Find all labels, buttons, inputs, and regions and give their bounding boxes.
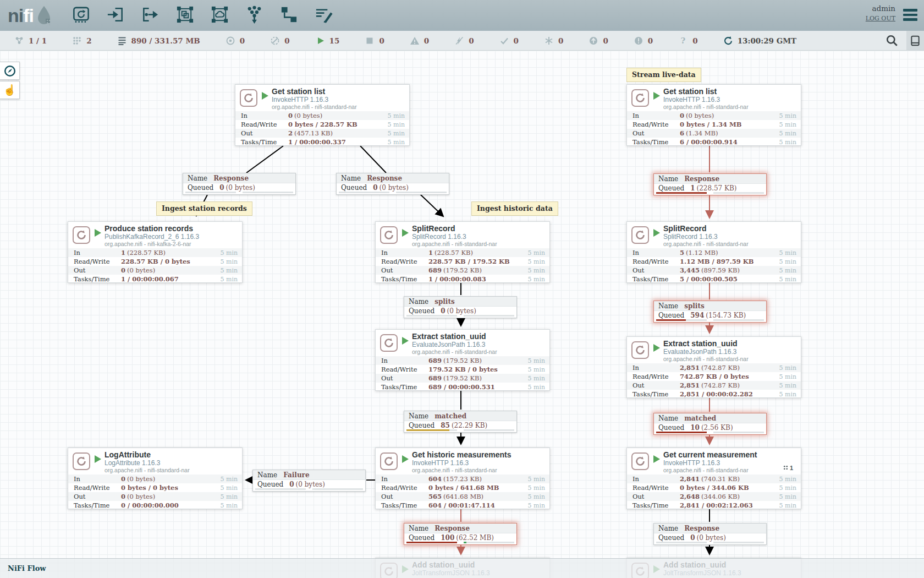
connection-line[interactable] [360, 146, 386, 173]
flow-label[interactable]: Ingest station records [156, 201, 252, 216]
flow-canvas[interactable]: Get station listInvokeHTTP 1.16.3org.apa… [0, 51, 924, 578]
processor-node[interactable]: SplitRecordSplitRecord 1.16.3org.apache.… [626, 221, 801, 283]
connection-label[interactable]: NameResponseQueued1(228.57 KB) [653, 173, 767, 195]
processor-type: SplitRecord 1.16.3 [412, 233, 549, 241]
processor-stats: In0(0 bytes)5 minRead/Write0 bytes / 228… [235, 111, 409, 146]
flow-label[interactable]: Ingest historic data [471, 201, 558, 216]
settings-panel-button[interactable] [906, 31, 924, 50]
connection-label[interactable]: NamesplitsQueued0(0 bytes) [404, 296, 517, 318]
stat-row: Out689(179.52 KB)5 min [376, 266, 549, 275]
stat-window: 5 min [216, 493, 242, 500]
template-icon [279, 5, 299, 26]
stat-window: 5 min [523, 276, 549, 283]
connection-label[interactable]: NameResponseQueued0(0 bytes) [183, 173, 296, 195]
processor-node[interactable]: Produce station recordsPublishKafkaRecor… [68, 221, 243, 283]
stat-row: Tasks/Time6 / 00:00:00.9145 min [627, 138, 801, 146]
processor-node[interactable]: Get historic measurementsInvokeHTTP 1.16… [375, 448, 550, 509]
stat-row: Out689(179.52 KB)5 min [376, 374, 549, 383]
processor-stats: In689(179.52 KB)5 minRead/Write179.52 KB… [376, 356, 549, 391]
connection-label[interactable]: NameResponseQueued0(0 bytes) [336, 173, 449, 195]
stale-icon [588, 36, 598, 46]
stat-window: 5 min [523, 384, 549, 391]
global-menu-button[interactable] [903, 9, 917, 23]
funnel-tool[interactable] [244, 6, 264, 25]
processor-type-icon [631, 89, 649, 107]
input-port-tool[interactable] [106, 6, 125, 25]
stat-value: 6 / 00:00:00.914 [680, 138, 774, 146]
connection-relationship: Response [684, 525, 719, 532]
processor-node[interactable]: SplitRecordSplitRecord 1.16.3org.apache.… [375, 221, 550, 283]
stat-value: 1(228.57 KB) [428, 249, 523, 257]
processor-type: InvokeHTTP 1.16.3 [663, 96, 801, 103]
processor-type: EvaluateJsonPath 1.16.3 [412, 341, 549, 348]
connection-label[interactable]: NamematchedQueued10(2.56 KB) [653, 413, 767, 435]
active-threads-badge: 1 [783, 465, 793, 471]
processor-node[interactable]: Extract station_uuidEvaluateJsonPath 1.1… [375, 329, 550, 391]
stat-label: Tasks/Time [376, 383, 428, 391]
navigate-button[interactable] [0, 62, 20, 80]
running-status-icon [402, 455, 409, 463]
processor-node[interactable]: LogAttributeLogAttribute 1.16.3org.apach… [68, 448, 243, 509]
stat-value: 1 / 00:00:00.083 [428, 275, 523, 283]
stat-value: 689(179.52 KB) [428, 374, 523, 382]
queued-count: 85 [441, 422, 450, 429]
connection-label[interactable]: NameFailureQueued0(0 bytes) [252, 470, 366, 492]
stat-value: 2,851 / 00:00:02.282 [680, 390, 774, 398]
stat-value: 179.52 KB / 0 bytes [428, 366, 523, 373]
stat-row: Read/Write0 bytes / 1.34 MB5 min [627, 120, 801, 129]
queued-status: 890 / 331.57 MB [117, 36, 200, 46]
stat-value: 2,851(742.87 KB) [680, 364, 774, 372]
processor-bundle: org.apache.nifi - nifi-standard-nar [412, 241, 549, 248]
stat-window: 5 min [774, 502, 801, 509]
processor-tool[interactable] [71, 6, 91, 25]
connection-line[interactable] [246, 146, 283, 173]
template-tool[interactable] [279, 6, 299, 25]
connection-label[interactable]: NamesplitsQueued594(154.73 KB) [653, 301, 767, 323]
processor-bundle: org.apache.nifi - nifi-standard-nar [663, 467, 801, 474]
processor-type-icon [240, 89, 257, 107]
label-tool[interactable] [314, 6, 333, 25]
stat-label: Tasks/Time [68, 275, 121, 283]
stat-window: 5 min [383, 121, 409, 128]
current-user: admin [866, 4, 895, 13]
processor-node[interactable]: Get station listInvokeHTTP 1.16.3org.apa… [235, 84, 410, 146]
cluster-icon [14, 36, 24, 46]
processor-name: Get station list [272, 87, 409, 96]
refresh-icon[interactable] [723, 36, 733, 46]
remote-process-group-tool[interactable] [210, 6, 229, 25]
stat-row: Read/Write0 bytes / 344.06 KB5 min [627, 483, 801, 492]
stat-row: Read/Write1.12 MB / 897.59 KB5 min [627, 257, 801, 266]
processor-node[interactable]: Get current measurementInvokeHTTP 1.16.3… [626, 448, 801, 509]
stat-window: 5 min [774, 364, 801, 372]
status-count: 0 [424, 36, 429, 45]
status-count: 890 / 331.57 MB [131, 36, 200, 45]
stat-row: In2,851(742.87 KB)5 min [627, 363, 801, 372]
connection-label[interactable]: NamematchedQueued85(22.29 KB) [404, 411, 517, 433]
output-port-tool[interactable] [140, 6, 160, 25]
queued-count: 10 [690, 424, 700, 432]
processor-node[interactable]: Get station listInvokeHTTP 1.16.3org.apa… [626, 84, 801, 146]
stat-label: In [627, 475, 680, 483]
connection-line[interactable] [420, 194, 443, 216]
flow-label[interactable]: Stream live-data [626, 68, 701, 82]
stat-label: Read/Write [627, 258, 680, 265]
connection-relationship: Response [367, 175, 402, 182]
search-button[interactable] [886, 34, 899, 47]
logout-link[interactable]: LOG OUT [866, 15, 895, 22]
running-icon [315, 36, 325, 46]
stat-window: 5 min [383, 112, 409, 119]
connection-name-row: NameResponse [183, 173, 295, 183]
logo-text-fi: fi [23, 4, 34, 26]
queued-icon [117, 36, 127, 46]
stat-label: Read/Write [68, 484, 121, 492]
processor-type: SplitRecord 1.16.3 [663, 233, 801, 241]
processor-type: EvaluateJsonPath 1.16.3 [663, 348, 801, 356]
processor-node[interactable]: Extract station_uuidEvaluateJsonPath 1.1… [626, 336, 801, 398]
connection-label[interactable]: NameResponseQueued100(62.52 MB) [404, 523, 517, 545]
processor-type-icon [380, 334, 398, 352]
breadcrumb[interactable]: NiFi Flow [0, 564, 46, 572]
nifi-app: nifi admin LOG OUT 1 / 12890 / 331.57 MB… [0, 0, 924, 578]
operate-button[interactable]: ☝ [0, 81, 20, 99]
process-group-tool[interactable] [175, 6, 195, 25]
connection-label[interactable]: NameResponseQueued0(0 bytes) [653, 523, 767, 545]
